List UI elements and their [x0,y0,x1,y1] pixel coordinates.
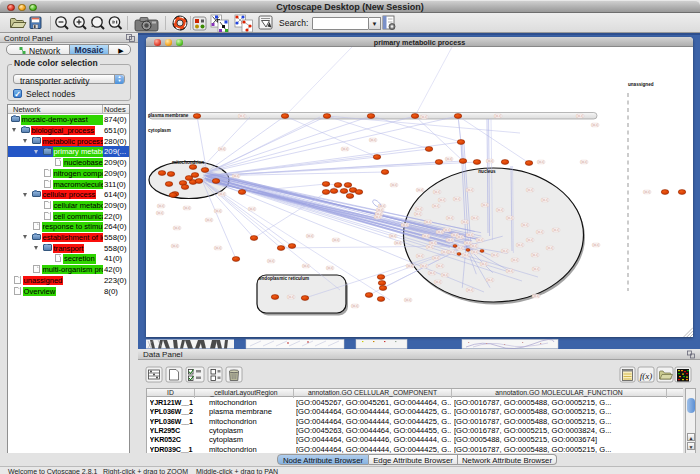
svg-text:(xx.x): (xx.x) [377,208,383,212]
svg-text:(xx.x): (xx.x) [172,244,178,248]
svg-text:(xx.x): (xx.x) [457,235,463,239]
svg-text:f(x): f(x) [640,371,653,381]
svg-text:(xx.x): (xx.x) [433,204,439,208]
svg-text:(xx.x): (xx.x) [390,234,396,238]
svg-text:(xx.x): (xx.x) [522,223,528,227]
svg-text:(xx.x): (xx.x) [327,266,333,270]
svg-text:(xx.x): (xx.x) [527,238,533,242]
svg-text:unassigned: unassigned [628,82,654,87]
svg-text:(xx.x): (xx.x) [481,262,487,266]
svg-text:(xx.x): (xx.x) [538,160,544,164]
svg-text:(xx.x): (xx.x) [502,249,508,253]
svg-text:(xx.x): (xx.x) [581,160,587,164]
svg-text:(xx.x): (xx.x) [395,241,401,245]
svg-text:(xx.x): (xx.x) [288,295,294,299]
svg-text:(xx.x): (xx.x) [391,183,397,187]
svg-text:(xx.x): (xx.x) [482,203,488,207]
svg-text:(xx.x): (xx.x) [592,123,598,127]
svg-text:(xx.x): (xx.x) [444,228,450,232]
svg-text:(xx.x): (xx.x) [517,243,523,247]
svg-text:(xx.x): (xx.x) [429,271,435,275]
svg-text:(xx.x): (xx.x) [467,188,473,192]
svg-text:(xx.x): (xx.x) [454,197,460,201]
svg-text:(xx.x): (xx.x) [370,138,376,142]
svg-text:(xx.x): (xx.x) [342,147,348,151]
svg-text:(xx.x): (xx.x) [507,216,513,220]
svg-text:(xx.x): (xx.x) [352,304,358,308]
svg-text:(xx.x): (xx.x) [416,207,422,211]
svg-text:cytoplasm: cytoplasm [148,128,171,133]
svg-text:(xx.x): (xx.x) [239,114,245,118]
svg-text:(xx.x): (xx.x) [487,278,493,282]
svg-text:(xx.x): (xx.x) [537,230,543,234]
svg-text:(xx.x): (xx.x) [421,115,427,119]
svg-text:(xx.x): (xx.x) [158,204,164,208]
svg-text:(xx.x): (xx.x) [471,244,477,248]
svg-text:(xx.x): (xx.x) [430,241,436,245]
svg-text:(xx.x): (xx.x) [512,258,518,262]
svg-text:(xx.x): (xx.x) [219,192,225,196]
svg-text:(xx.x): (xx.x) [215,246,221,250]
svg-text:(xx.x): (xx.x) [206,218,212,222]
svg-text:(xx.x): (xx.x) [415,212,421,216]
svg-text:(xx.x): (xx.x) [421,264,427,268]
svg-text:(xx.x): (xx.x) [268,259,274,263]
svg-text:(xx.x): (xx.x) [447,216,453,220]
svg-text:(xx.x): (xx.x) [577,114,583,118]
svg-text:(xx.x): (xx.x) [547,246,553,250]
svg-text:(xx.x): (xx.x) [307,234,313,238]
svg-text:(xx.x): (xx.x) [439,198,445,202]
svg-text:(xx.x): (xx.x) [462,220,468,224]
svg-text:endoplasmic reticulum: endoplasmic reticulum [259,276,309,281]
svg-text:(xx.x): (xx.x) [447,238,453,242]
svg-text:(xx.x): (xx.x) [407,264,413,268]
svg-text:(xx.x): (xx.x) [333,238,339,242]
svg-text:(xx.x): (xx.x) [527,188,533,192]
svg-text:(xx.x): (xx.x) [449,250,455,254]
svg-text:(xx.x): (xx.x) [434,190,440,194]
svg-text:(xx.x): (xx.x) [233,174,239,178]
svg-text:(xx.x): (xx.x) [533,294,539,298]
svg-text:(xx.x): (xx.x) [425,220,431,224]
svg-text:(xx.x): (xx.x) [435,280,441,284]
svg-text:(xx.x): (xx.x) [463,253,469,257]
svg-text:(xx.x): (xx.x) [507,269,513,273]
svg-text:(xx.x): (xx.x) [375,215,381,219]
svg-text:(xx.x): (xx.x) [644,190,650,194]
svg-text:(xx.x): (xx.x) [303,264,309,268]
svg-text:(xx.x): (xx.x) [442,250,448,254]
svg-text:(xx.x): (xx.x) [472,250,478,254]
svg-text:(xx.x): (xx.x) [417,188,423,192]
svg-text:(xx.x): (xx.x) [533,267,539,271]
svg-text:(xx.x): (xx.x) [402,223,408,227]
svg-text:(xx.x): (xx.x) [446,157,452,161]
svg-text:plasma membrane: plasma membrane [148,113,189,118]
svg-text:(xx.x): (xx.x) [219,147,225,151]
svg-text:(xx.x): (xx.x) [472,216,478,220]
svg-text:(xx.x): (xx.x) [593,243,599,247]
svg-text:(xx.x): (xx.x) [457,246,463,250]
svg-text:(xx.x): (xx.x) [437,230,443,234]
svg-text:(xx.x): (xx.x) [184,206,190,210]
svg-text:(xx.x): (xx.x) [174,226,180,230]
svg-text:(xx.x): (xx.x) [433,256,439,260]
svg-text:(xx.x): (xx.x) [492,253,498,257]
svg-text:(xx.x): (xx.x) [542,198,548,202]
svg-text:(xx.x): (xx.x) [532,253,538,257]
svg-text:(xx.x): (xx.x) [417,254,423,258]
svg-text:(xx.x): (xx.x) [249,207,255,211]
svg-text:(xx.x): (xx.x) [405,298,411,302]
svg-text:(xx.x): (xx.x) [423,234,429,238]
svg-text:(xx.x): (xx.x) [553,228,559,232]
svg-text:(xx.x): (xx.x) [487,159,493,163]
svg-text:(xx.x): (xx.x) [495,114,501,118]
svg-text:(xx.x): (xx.x) [442,273,448,277]
svg-text:(xx.x): (xx.x) [497,208,503,212]
svg-text:(xx.x): (xx.x) [379,204,385,208]
svg-text:(xx.x): (xx.x) [437,264,443,268]
svg-text:mitochondrion: mitochondrion [172,160,204,165]
svg-text:(xx.x): (xx.x) [427,245,433,249]
svg-text:(xx.x): (xx.x) [477,238,483,242]
svg-text:(xx.x): (xx.x) [467,233,473,237]
svg-text:(xx.x): (xx.x) [467,288,473,292]
